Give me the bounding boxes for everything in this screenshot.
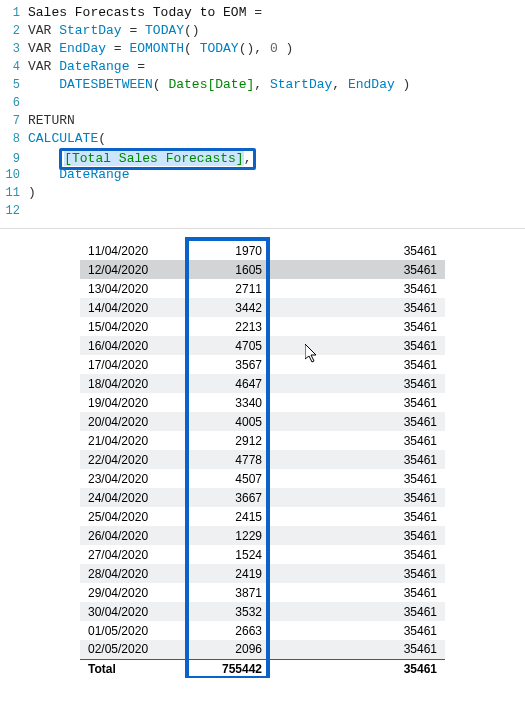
line-content[interactable]: ) [28, 184, 36, 202]
line-content[interactable]: DATESBETWEEN( Dates[Date], StartDay, End… [28, 76, 410, 94]
value-cell[interactable]: 3667 [175, 488, 270, 507]
date-cell[interactable]: 15/04/2020 [80, 317, 175, 336]
line-content[interactable]: VAR EndDay = EOMONTH( TODAY(), 0 ) [28, 40, 293, 58]
table-row[interactable]: 15/04/2020221335461 [80, 317, 445, 336]
date-cell[interactable]: 14/04/2020 [80, 298, 175, 317]
value-cell[interactable]: 35461 [270, 450, 445, 469]
date-cell[interactable]: 20/04/2020 [80, 412, 175, 431]
value-cell[interactable]: 2912 [175, 431, 270, 450]
table-row[interactable]: 21/04/2020291235461 [80, 431, 445, 450]
value-cell[interactable]: 35461 [270, 279, 445, 298]
line-content[interactable]: RETURN [28, 112, 75, 130]
table-row[interactable]: 13/04/2020271135461 [80, 279, 445, 298]
code-line[interactable]: 9 [Total Sales Forecasts], [0, 148, 525, 166]
results-table[interactable]: 11/04/202019703546112/04/202016053546113… [80, 241, 445, 678]
value-cell[interactable]: 3442 [175, 298, 270, 317]
value-cell[interactable]: 2419 [175, 564, 270, 583]
value-cell[interactable]: 35461 [270, 241, 445, 260]
line-content[interactable]: CALCULATE( [28, 130, 106, 148]
code-line[interactable]: 11) [0, 184, 525, 202]
value-cell[interactable]: 3532 [175, 602, 270, 621]
value-cell[interactable]: 1605 [175, 260, 270, 279]
date-cell[interactable]: 01/05/2020 [80, 621, 175, 640]
value-cell[interactable]: 3340 [175, 393, 270, 412]
line-content[interactable]: Sales Forecasts Today to EOM = [28, 4, 262, 22]
value-cell[interactable]: 35461 [270, 393, 445, 412]
table-row[interactable]: 12/04/2020160535461 [80, 260, 445, 279]
value-cell[interactable]: 35461 [270, 431, 445, 450]
value-cell[interactable]: 35461 [270, 564, 445, 583]
value-cell[interactable]: 35461 [270, 374, 445, 393]
date-cell[interactable]: 22/04/2020 [80, 450, 175, 469]
value-cell[interactable]: 1524 [175, 545, 270, 564]
table-row[interactable]: 20/04/2020400535461 [80, 412, 445, 431]
value-cell[interactable]: 4705 [175, 336, 270, 355]
date-cell[interactable]: 21/04/2020 [80, 431, 175, 450]
value-cell[interactable]: 35461 [270, 298, 445, 317]
code-editor[interactable]: 1Sales Forecasts Today to EOM =2VAR Star… [0, 0, 525, 229]
table-row[interactable]: 22/04/2020477835461 [80, 450, 445, 469]
table-row[interactable]: 29/04/2020387135461 [80, 583, 445, 602]
date-cell[interactable]: 16/04/2020 [80, 336, 175, 355]
value-cell[interactable]: 35461 [270, 602, 445, 621]
code-line[interactable]: 5 DATESBETWEEN( Dates[Date], StartDay, E… [0, 76, 525, 94]
code-line[interactable]: 3VAR EndDay = EOMONTH( TODAY(), 0 ) [0, 40, 525, 58]
table-row[interactable]: 17/04/2020356735461 [80, 355, 445, 374]
code-line[interactable]: 6 [0, 94, 525, 112]
date-cell[interactable]: 11/04/2020 [80, 241, 175, 260]
date-cell[interactable]: 24/04/2020 [80, 488, 175, 507]
table-row[interactable]: 28/04/2020241935461 [80, 564, 445, 583]
value-cell[interactable]: 35461 [270, 412, 445, 431]
value-cell[interactable]: 35461 [270, 640, 445, 659]
line-content[interactable]: VAR StartDay = TODAY() [28, 22, 200, 40]
code-line[interactable]: 1Sales Forecasts Today to EOM = [0, 4, 525, 22]
date-cell[interactable]: 13/04/2020 [80, 279, 175, 298]
date-cell[interactable]: 27/04/2020 [80, 545, 175, 564]
value-cell[interactable]: 35461 [270, 336, 445, 355]
table-row[interactable]: 27/04/2020152435461 [80, 545, 445, 564]
value-cell[interactable]: 4507 [175, 469, 270, 488]
date-cell[interactable]: 12/04/2020 [80, 260, 175, 279]
value-cell[interactable]: 35461 [270, 507, 445, 526]
code-line[interactable]: 4VAR DateRange = [0, 58, 525, 76]
table-row[interactable]: 18/04/2020464735461 [80, 374, 445, 393]
value-cell[interactable]: 4005 [175, 412, 270, 431]
value-cell[interactable]: 35461 [270, 469, 445, 488]
value-cell[interactable]: 35461 [270, 355, 445, 374]
total-row[interactable]: Total75544235461 [80, 659, 445, 678]
value-cell[interactable]: 1970 [175, 241, 270, 260]
table-row[interactable]: 01/05/2020266335461 [80, 621, 445, 640]
value-cell[interactable]: 35461 [270, 621, 445, 640]
code-line[interactable]: 2VAR StartDay = TODAY() [0, 22, 525, 40]
table-row[interactable]: 11/04/2020197035461 [80, 241, 445, 260]
line-content[interactable]: VAR DateRange = [28, 58, 145, 76]
value-cell[interactable]: 2096 [175, 640, 270, 659]
table-row[interactable]: 25/04/2020241535461 [80, 507, 445, 526]
value-cell[interactable]: 35461 [270, 260, 445, 279]
value-cell[interactable]: 35461 [270, 317, 445, 336]
value-cell[interactable]: 1229 [175, 526, 270, 545]
date-cell[interactable]: 30/04/2020 [80, 602, 175, 621]
date-cell[interactable]: 28/04/2020 [80, 564, 175, 583]
value-cell[interactable]: 35461 [270, 488, 445, 507]
date-cell[interactable]: 25/04/2020 [80, 507, 175, 526]
code-line[interactable]: 10 DateRange [0, 166, 525, 184]
table-row[interactable]: 26/04/2020122935461 [80, 526, 445, 545]
table-row[interactable]: 30/04/2020353235461 [80, 602, 445, 621]
value-cell[interactable]: 4647 [175, 374, 270, 393]
date-cell[interactable]: 02/05/2020 [80, 640, 175, 659]
value-cell[interactable]: 2415 [175, 507, 270, 526]
date-cell[interactable]: 18/04/2020 [80, 374, 175, 393]
value-cell[interactable]: 35461 [270, 545, 445, 564]
value-cell[interactable]: 35461 [270, 583, 445, 602]
table-row[interactable]: 16/04/2020470535461 [80, 336, 445, 355]
value-cell[interactable]: 3871 [175, 583, 270, 602]
value-cell[interactable]: 2711 [175, 279, 270, 298]
date-cell[interactable]: 19/04/2020 [80, 393, 175, 412]
value-cell[interactable]: 4778 [175, 450, 270, 469]
table-row[interactable]: 02/05/2020209635461 [80, 640, 445, 659]
value-cell[interactable]: 35461 [270, 526, 445, 545]
table-row[interactable]: 23/04/2020450735461 [80, 469, 445, 488]
code-line[interactable]: 7RETURN [0, 112, 525, 130]
date-cell[interactable]: 26/04/2020 [80, 526, 175, 545]
